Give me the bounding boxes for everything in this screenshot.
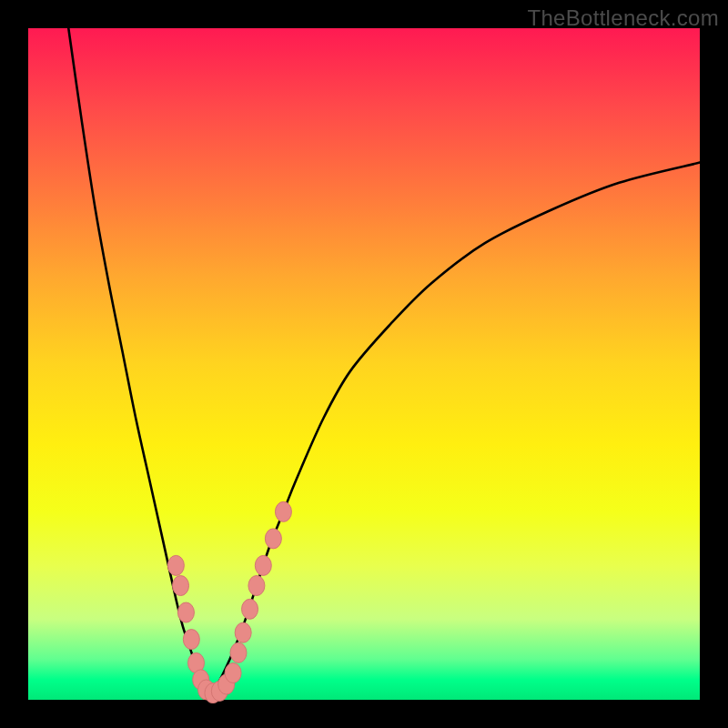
watermark-text: TheBottleneck.com	[527, 5, 719, 31]
chart-frame: TheBottleneck.com	[0, 0, 728, 728]
marker-dot	[177, 602, 194, 622]
chart-svg	[28, 28, 700, 700]
marker-dot	[225, 662, 241, 682]
marker-dot	[230, 642, 247, 662]
marker-dot	[248, 576, 265, 596]
marker-dot	[167, 555, 184, 575]
marker-dot	[173, 576, 189, 596]
marker-dot	[255, 555, 271, 575]
marker-dot	[275, 501, 291, 521]
curve-left-branch	[68, 28, 209, 693]
marker-group	[167, 501, 291, 703]
marker-dot	[183, 630, 199, 650]
marker-dot	[242, 599, 258, 619]
marker-dot	[265, 529, 281, 549]
curve-right-branch	[209, 163, 700, 693]
marker-dot	[235, 622, 251, 642]
